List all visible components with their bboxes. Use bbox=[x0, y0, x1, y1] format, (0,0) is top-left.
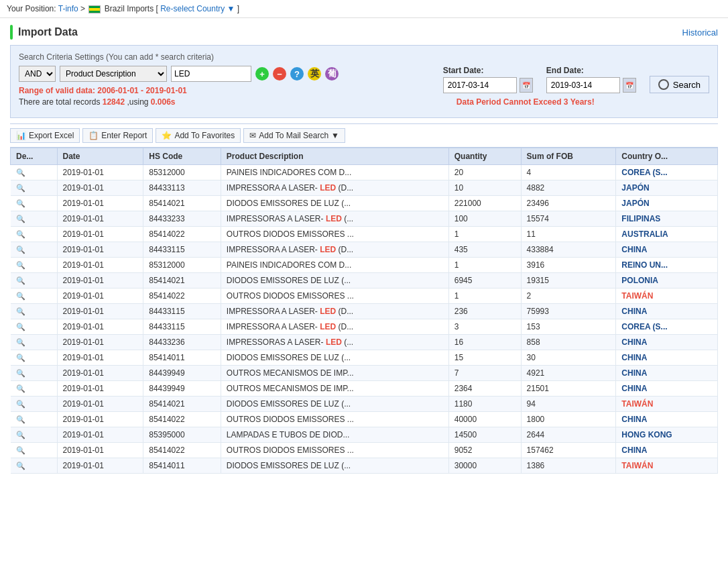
section-header: Import Data Historical bbox=[10, 25, 718, 40]
col-date: Date bbox=[57, 148, 143, 165]
cell-hscode: 85414022 bbox=[143, 288, 221, 304]
reselect-country-link[interactable]: Re-select Country ▼ bbox=[160, 4, 237, 13]
export-excel-button[interactable]: 📊 Export Excel bbox=[10, 128, 80, 143]
total-count: 12842 bbox=[103, 97, 125, 107]
field-select[interactable]: Product Description HS Code Quantity bbox=[60, 66, 167, 82]
total-suffix: ,using bbox=[127, 97, 148, 107]
start-date-calendar-button[interactable]: 📅 bbox=[520, 78, 533, 93]
search-value-input[interactable] bbox=[171, 66, 251, 82]
cell-country: HONG KONG bbox=[616, 427, 718, 443]
cell-description: IMPRESSORAS A LASER- LED (... bbox=[221, 211, 448, 227]
detail-icon[interactable]: 🔍 bbox=[16, 230, 25, 238]
period-warning: Data Period Cannot Exceed 3 Years! bbox=[457, 97, 595, 107]
info-criteria-button[interactable]: ? bbox=[290, 67, 304, 81]
cell-date: 2019-01-01 bbox=[57, 288, 143, 304]
detail-icon[interactable]: 🔍 bbox=[16, 446, 25, 454]
cell-country: JAPÓN bbox=[616, 196, 718, 211]
col-detail: De... bbox=[11, 148, 58, 165]
detail-icon[interactable]: 🔍 bbox=[16, 415, 25, 423]
section-title-group: Import Data bbox=[10, 25, 78, 40]
total-records-text: There are total records 12842 ,using 0.0… bbox=[19, 97, 339, 107]
cell-description: PAINEIS INDICADORES COM D... bbox=[221, 165, 448, 180]
detail-icon[interactable]: 🔍 bbox=[16, 354, 25, 362]
cell-hscode: 84433236 bbox=[143, 335, 221, 350]
cell-description: OUTROS DIODOS EMISSORES ... bbox=[221, 412, 448, 427]
detail-icon[interactable]: 🔍 bbox=[16, 276, 25, 284]
detail-icon[interactable]: 🔍 bbox=[16, 323, 25, 331]
cell-description: OUTROS MECANISMOS DE IMP... bbox=[221, 366, 448, 381]
end-date-group: End Date: 📅 bbox=[546, 66, 636, 93]
detail-icon[interactable]: 🔍 bbox=[16, 261, 25, 269]
cell-country: CHINA bbox=[616, 335, 718, 350]
remove-criteria-button[interactable]: − bbox=[273, 67, 286, 81]
cell-country: CHINA bbox=[616, 381, 718, 397]
detail-icon[interactable]: 🔍 bbox=[16, 431, 25, 439]
english-button[interactable]: 英 bbox=[308, 67, 321, 81]
detail-icon[interactable]: 🔍 bbox=[16, 400, 25, 408]
cell-fob: 1800 bbox=[521, 412, 616, 427]
end-date-input[interactable] bbox=[546, 77, 620, 93]
cell-country: AUSTRALIA bbox=[616, 227, 718, 242]
start-date-group: Start Date: 📅 bbox=[443, 66, 533, 93]
enter-report-button[interactable]: 📋 Enter Report bbox=[82, 128, 153, 143]
historical-link[interactable]: Historical bbox=[682, 28, 718, 38]
cell-date: 2019-01-01 bbox=[57, 242, 143, 258]
cell-fob: 2644 bbox=[521, 427, 616, 443]
col-hscode: HS Code bbox=[143, 148, 221, 165]
search-row: AND OR Product Description HS Code Quant… bbox=[19, 66, 339, 82]
table-row: 🔍2019-01-0185414022OUTROS DIODOS EMISSOR… bbox=[11, 288, 718, 304]
add-to-favorites-button[interactable]: ⭐ Add To Favorites bbox=[156, 128, 241, 143]
table-row: 🔍2019-01-0185414011DIODOS EMISSORES DE L… bbox=[11, 458, 718, 474]
table-row: 🔍2019-01-0185414011DIODOS EMISSORES DE L… bbox=[11, 350, 718, 366]
add-to-mail-search-button[interactable]: ✉ Add To Mail Search ▼ bbox=[243, 128, 345, 143]
main-content: Import Data Historical Search Criteria S… bbox=[0, 18, 728, 480]
start-date-input[interactable] bbox=[443, 77, 517, 93]
report-icon: 📋 bbox=[88, 131, 99, 140]
cell-date: 2019-01-01 bbox=[57, 180, 143, 196]
detail-icon[interactable]: 🔍 bbox=[16, 307, 25, 315]
table-row: 🔍2019-01-0185414021DIODOS EMISSORES DE L… bbox=[11, 397, 718, 412]
cell-description: DIODOS EMISSORES DE LUZ (... bbox=[221, 273, 448, 288]
cell-fob: 1386 bbox=[521, 458, 616, 474]
cell-country: TAIWÁN bbox=[616, 397, 718, 412]
cell-description: IMPRESSORA A LASER- LED (D... bbox=[221, 304, 448, 319]
table-row: 🔍2019-01-0185414022OUTROS DIODOS EMISSOR… bbox=[11, 443, 718, 458]
detail-icon[interactable]: 🔍 bbox=[16, 184, 25, 192]
add-criteria-button[interactable]: + bbox=[255, 67, 269, 81]
criteria-label: Search Criteria Settings (You can add * … bbox=[19, 52, 709, 62]
cell-quantity: 6945 bbox=[448, 273, 521, 288]
cell-hscode: 85414021 bbox=[143, 397, 221, 412]
cell-date: 2019-01-01 bbox=[57, 397, 143, 412]
cell-hscode: 84433233 bbox=[143, 211, 221, 227]
nav-tinfo-link[interactable]: T-info bbox=[58, 4, 78, 13]
cell-quantity: 1 bbox=[448, 288, 521, 304]
cell-description: IMPRESSORA A LASER- LED (D... bbox=[221, 319, 448, 335]
cell-quantity: 15 bbox=[448, 350, 521, 366]
detail-icon[interactable]: 🔍 bbox=[16, 384, 25, 392]
cell-hscode: 85312000 bbox=[143, 258, 221, 273]
cell-date: 2019-01-01 bbox=[57, 443, 143, 458]
detail-icon[interactable]: 🔍 bbox=[16, 369, 25, 377]
search-button[interactable]: Search bbox=[650, 76, 709, 93]
detail-icon[interactable]: 🔍 bbox=[16, 215, 25, 223]
detail-icon[interactable]: 🔍 bbox=[16, 462, 25, 470]
cell-quantity: 2364 bbox=[448, 381, 521, 397]
logic-operator-select[interactable]: AND OR bbox=[19, 66, 56, 82]
col-product-description: Product Description bbox=[221, 148, 448, 165]
detail-icon[interactable]: 🔍 bbox=[16, 246, 25, 254]
detail-icon[interactable]: 🔍 bbox=[16, 292, 25, 300]
end-date-calendar-button[interactable]: 📅 bbox=[623, 78, 636, 93]
cell-country: FILIPINAS bbox=[616, 211, 718, 227]
table-row: 🔍2019-01-0184433236IMPRESSORAS A LASER- … bbox=[11, 335, 718, 350]
nav-imports: Imports bbox=[127, 4, 154, 13]
start-date-input-row: 📅 bbox=[443, 77, 533, 93]
search-left: AND OR Product Description HS Code Quant… bbox=[19, 66, 339, 111]
cell-quantity: 435 bbox=[448, 242, 521, 258]
cell-fob: 23496 bbox=[521, 196, 616, 211]
detail-icon[interactable]: 🔍 bbox=[16, 199, 25, 207]
detail-icon[interactable]: 🔍 bbox=[16, 168, 25, 176]
portuguese-button[interactable]: 葡 bbox=[325, 67, 339, 81]
nav-bracket-open: [ bbox=[156, 4, 158, 13]
cell-country: CHINA bbox=[616, 366, 718, 381]
detail-icon[interactable]: 🔍 bbox=[16, 338, 25, 346]
